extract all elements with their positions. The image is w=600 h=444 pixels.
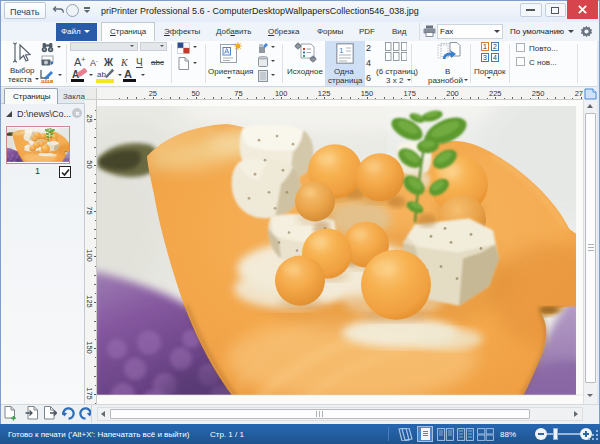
svg-text:1: 1 [339,46,344,55]
